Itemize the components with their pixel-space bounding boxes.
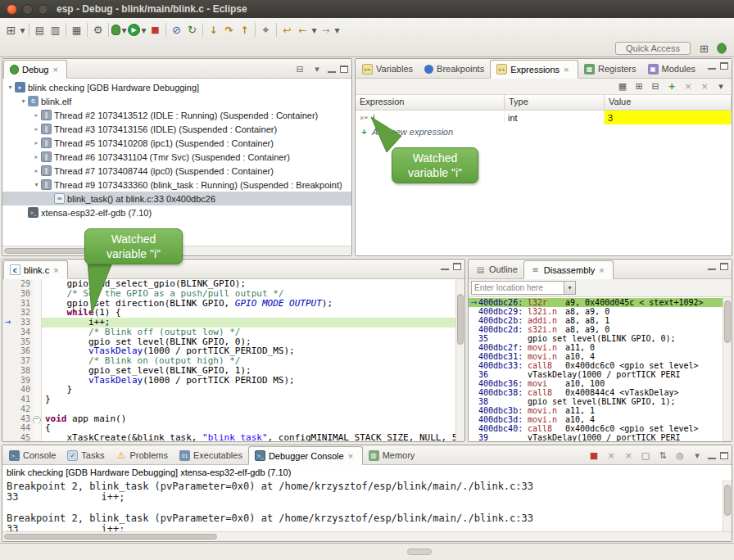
remove-launch-icon[interactable]: × (605, 449, 618, 462)
debug-perspective-icon[interactable] (718, 43, 726, 53)
tab-registers[interactable]: Registers (578, 60, 641, 78)
tab-executables[interactable]: Executables (174, 446, 248, 464)
column-header-value[interactable]: Value (605, 95, 732, 110)
code-line[interactable]: 34 /* Blink off (output low) */ (2, 327, 464, 337)
new-dropdown-icon[interactable]: ▾ (19, 22, 26, 38)
forward-icon[interactable]: → (318, 22, 333, 38)
debug-dropdown-icon[interactable]: ▾ (120, 22, 128, 38)
remove-all-terminated-icon[interactable]: × (622, 449, 635, 462)
view-menu-icon[interactable]: ▾ (714, 80, 727, 93)
fold-marker[interactable] (33, 327, 42, 337)
show-type-names-icon[interactable]: ▦ (616, 80, 629, 93)
tab-debug[interactable]: Debug (3, 60, 67, 79)
scrollbar-thumb[interactable] (457, 294, 464, 345)
save-all-icon[interactable]: ▥ (48, 22, 63, 38)
quick-access-button[interactable]: Quick Access (615, 42, 691, 55)
value-cell[interactable]: 3 (605, 111, 732, 124)
code-line[interactable]: 31 gpio_set_direction(BLINK_GPIO, GPIO_M… (2, 299, 464, 309)
tab-modules[interactable]: Modules (642, 60, 702, 78)
tab-tasks[interactable]: Tasks (61, 446, 110, 464)
vertical-scrollbar[interactable] (723, 480, 732, 531)
maximize-icon[interactable] (720, 263, 728, 270)
disassembly-row[interactable]: 36 vTaskDelay(1000 / portTICK_PERI (469, 370, 732, 379)
debug-tree-row[interactable]: blink.elf (2, 94, 351, 108)
vertical-scrollbar[interactable] (723, 297, 732, 441)
skip-breakpoints-icon[interactable]: ⊘ (169, 22, 184, 38)
run-dropdown-icon[interactable]: ▾ (140, 22, 147, 38)
code-line[interactable]: 37 /* Blink on (output high) */ (2, 356, 464, 366)
tab-breakpoints[interactable]: Breakpoints (419, 60, 490, 78)
save-icon[interactable]: ▤ (32, 22, 48, 38)
run-icon[interactable]: ▶ (128, 24, 140, 36)
debug-tree-row[interactable]: xtensa-esp32-elf-gdb (7.10) (2, 205, 351, 219)
close-tab-icon[interactable] (599, 266, 607, 274)
close-tab-icon[interactable] (348, 452, 356, 460)
code-line[interactable]: 42 (2, 404, 464, 414)
scroll-lock-icon[interactable]: ⇅ (656, 449, 669, 462)
minimize-icon[interactable] (328, 65, 336, 73)
fold-marker[interactable] (33, 356, 42, 366)
code-line[interactable]: 43 void app_main() (2, 414, 464, 424)
show-logical-structure-icon[interactable]: ⊞ (632, 80, 646, 93)
add-expression-icon[interactable]: + (665, 80, 678, 93)
step-into-icon[interactable]: ↓ (206, 22, 221, 38)
fold-marker[interactable] (33, 299, 42, 309)
fold-marker[interactable] (33, 404, 42, 414)
disassembly-row[interactable]: 38 gpio_set_level(BLINK_GPIO, 1); (469, 397, 732, 406)
minimize-icon[interactable] (708, 263, 716, 270)
maximize-icon[interactable] (340, 65, 348, 73)
open-perspective-icon[interactable]: ⊞ (696, 41, 712, 56)
disassembly-row[interactable]: 400dbc3d: movi.n a10, 4 (469, 415, 732, 424)
debug-tree-row[interactable]: Thread #2 1073413512 (IDLE : Running) (S… (2, 108, 351, 122)
open-console-dropdown-icon[interactable]: ▾ (691, 449, 704, 462)
column-header-expression[interactable]: Expression (356, 95, 505, 110)
tab-outline[interactable]: Outline (469, 260, 523, 278)
tab-blink-c[interactable]: blink.c (3, 260, 68, 279)
fold-marker[interactable] (33, 366, 42, 376)
tab-console[interactable]: Console (3, 446, 61, 464)
window-close-button[interactable] (7, 4, 17, 15)
code-line[interactable]: 35 gpio_set_level(BLINK_GPIO, 0); (2, 337, 464, 347)
tab-disassembly[interactable]: Disassembly (523, 260, 614, 279)
debug-tree-row[interactable]: Thread #6 1073431104 (Tmr Svc) (Suspende… (2, 150, 351, 164)
maximize-icon[interactable] (720, 452, 728, 459)
location-combo[interactable]: Enter location here (471, 281, 576, 295)
disassembly-row[interactable]: 400dbc3b: movi.n a11, 1 (469, 406, 732, 415)
disassembly-row[interactable]: 400dbc2b: addi.n a8, a8, 1 (469, 316, 732, 325)
maximize-icon[interactable] (720, 62, 728, 70)
tree-expand-icon[interactable] (19, 97, 28, 105)
code-line[interactable]: 39 vTaskDelay(1000 / portTICK_PERIOD_MS)… (2, 376, 464, 386)
code-line[interactable]: 32 while(1) { (2, 308, 464, 318)
fold-marker[interactable] (33, 318, 42, 327)
minimize-icon[interactable] (441, 263, 449, 270)
scrollbar-thumb[interactable] (724, 485, 731, 516)
collapse-all-icon[interactable]: ⊟ (649, 80, 662, 93)
code-editor[interactable]: 29 gpio_pad_select_gpio(BLINK_GPIO); 30 … (2, 279, 464, 441)
disassembly-row[interactable]: 400dbc26: l32r a9, 0x400d045c <_stext+10… (469, 298, 732, 307)
fold-marker[interactable] (33, 433, 42, 441)
add-expression-row[interactable]: Add new expression (356, 124, 732, 138)
close-tab-icon[interactable] (564, 65, 572, 74)
fold-marker[interactable] (33, 414, 42, 424)
back-icon[interactable]: ← (295, 22, 310, 38)
disassembly-row[interactable]: 400dbc36: movi a10, 100 (469, 379, 732, 388)
code-line[interactable]: 45 xTaskCreate(&blink_task, "blink_task"… (2, 433, 464, 441)
tab-problems[interactable]: Problems (110, 446, 173, 464)
fold-marker[interactable] (33, 385, 42, 395)
code-line[interactable]: 44 { (2, 423, 464, 433)
minimize-icon[interactable] (708, 62, 716, 70)
window-minimize-button[interactable] (22, 4, 33, 15)
fold-marker[interactable] (33, 376, 42, 386)
fold-marker[interactable] (33, 337, 42, 347)
clear-console-icon[interactable]: ▢ (639, 449, 652, 462)
close-tab-icon[interactable] (53, 266, 61, 274)
debug-tree-row[interactable]: Thread #3 1073413156 (IDLE) (Suspended :… (2, 122, 351, 136)
debug-tree-row[interactable]: Thread #7 1073408744 (ipc0) (Suspended :… (2, 164, 351, 178)
disassembly-row[interactable]: 400dbc29: l32i.n a8, a9, 0 (469, 307, 732, 316)
print-icon[interactable]: ▦ (69, 22, 84, 38)
debug-icon[interactable] (111, 25, 120, 35)
code-line[interactable]: 41 } (2, 395, 464, 404)
back-dropdown-icon[interactable]: ▾ (310, 22, 318, 38)
disassembly-row[interactable]: 400dbc31: movi.n a10, 4 (469, 352, 732, 361)
code-line[interactable]: 29 gpio_pad_select_gpio(BLINK_GPIO); (2, 279, 464, 289)
